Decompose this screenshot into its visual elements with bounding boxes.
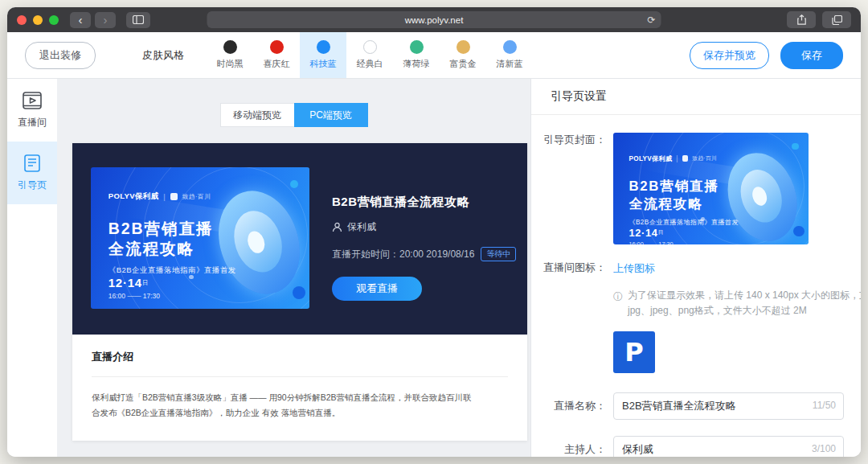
tab-mobile-preview[interactable]: 移动端预览 bbox=[220, 103, 294, 127]
uploaded-room-icon[interactable]: P bbox=[613, 331, 655, 373]
minimize-window-button[interactable] bbox=[33, 15, 43, 25]
partner-logo-icon bbox=[170, 193, 178, 200]
settings-title: 引导页设置 bbox=[531, 79, 861, 115]
preview-tabs: 移动端预览 PC端预览 bbox=[57, 103, 530, 127]
live-room-icon bbox=[22, 91, 43, 110]
person-icon bbox=[332, 222, 342, 232]
skin-style-label: 皮肤风格 bbox=[142, 48, 184, 63]
swatch-mint-green[interactable]: 薄荷绿 bbox=[393, 32, 440, 78]
live-title: B2B营销直播全流程攻略 bbox=[332, 195, 516, 210]
swatch-white-dot bbox=[363, 40, 377, 54]
browser-window: ‹ › www.polyv.net ⟳ bbox=[7, 7, 861, 457]
swatch-green-dot bbox=[410, 40, 424, 54]
swatch-blue-dot bbox=[317, 40, 330, 54]
host-input[interactable] bbox=[613, 436, 844, 457]
swatch-tech-blue[interactable]: 科技蓝 bbox=[300, 32, 346, 78]
live-name-counter: 11/50 bbox=[813, 400, 836, 411]
banner-title: B2B营销直播 全流程攻略 bbox=[108, 219, 293, 259]
live-intro-section: 直播介绍 保利威打造「B2B营销直播3级攻略」直播 —— 用90分钟拆解B2B营… bbox=[72, 335, 527, 441]
swatch-red-dot bbox=[270, 40, 284, 54]
intro-heading: 直播介绍 bbox=[92, 350, 508, 364]
swatch-classic-white[interactable]: 经典白 bbox=[346, 32, 393, 78]
preview-hero-section: POLYV保利威 | 致趋·百川 B2B营销直播 全流程攻略 《B2B企业直播落… bbox=[72, 143, 527, 335]
live-name-row: 直播名称： 11/50 bbox=[531, 392, 845, 420]
sidebar-icon bbox=[133, 15, 144, 24]
info-icon: ⓘ bbox=[613, 289, 623, 318]
cover-label: 引导页封面： bbox=[531, 133, 613, 244]
banner-title: B2B营销直播 全流程攻略 bbox=[628, 178, 792, 212]
upload-hint: ⓘ 为了保证显示效果，请上传 140 x 140px 大小的图标，支持jpg、j… bbox=[613, 288, 861, 318]
live-info-block: B2B营销直播全流程攻略 保利威 直播开始时间：20:00 2019/08/16 bbox=[332, 167, 516, 335]
refresh-icon[interactable]: ⟳ bbox=[647, 14, 655, 26]
banner-date: 12·14日 bbox=[108, 276, 293, 289]
polyv-logo: POLYV保利威 bbox=[628, 154, 672, 163]
host-row: 主持人： 3/100 bbox=[531, 436, 845, 457]
editor-content: 直播间 引导页 移动端预览 PC端预览 bbox=[7, 79, 861, 457]
icon-row: 直播间图标： 上传图标 ⓘ 为了保证显示效果，请上传 140 x 140px 大… bbox=[531, 261, 845, 373]
save-and-preview-button[interactable]: 保存并预览 bbox=[690, 42, 769, 69]
tab-pc-preview[interactable]: PC端预览 bbox=[294, 103, 368, 127]
sidebar-item-live-room[interactable]: 直播间 bbox=[7, 79, 57, 142]
skin-toolbar: 退出装修 皮肤风格 时尚黑 喜庆红 科技蓝 经典白 bbox=[7, 32, 861, 79]
polyv-logo: POLYV保利威 bbox=[108, 191, 159, 202]
host-label: 主持人： bbox=[531, 436, 613, 457]
swatch-lightblue-dot bbox=[503, 40, 517, 54]
swatch-fashion-black[interactable]: 时尚黑 bbox=[207, 32, 253, 78]
address-bar[interactable]: www.polyv.net ⟳ bbox=[207, 11, 661, 28]
desktop-background: ‹ › www.polyv.net ⟳ bbox=[0, 0, 868, 464]
status-badge: 等待中 bbox=[481, 247, 516, 261]
maximize-window-button[interactable] bbox=[49, 15, 59, 25]
url-text: www.polyv.net bbox=[405, 15, 464, 25]
swatch-fresh-blue[interactable]: 清新蓝 bbox=[486, 32, 533, 78]
intro-paragraph: 保利威打造「B2B营销直播3级攻略」直播 —— 用90分钟拆解B2B营销直播全流… bbox=[92, 390, 475, 421]
guide-page-icon bbox=[23, 154, 42, 173]
swatch-black-dot bbox=[223, 40, 237, 54]
exit-decoration-button[interactable]: 退出装修 bbox=[25, 42, 96, 69]
sidebar-toggle-button[interactable] bbox=[126, 12, 150, 28]
guide-page-settings-panel: 引导页设置 引导页封面： bbox=[530, 79, 861, 457]
share-button[interactable] bbox=[787, 11, 816, 28]
divider bbox=[92, 376, 508, 377]
share-icon bbox=[797, 14, 806, 25]
banner-logos: POLYV保利威 | 致趋·百川 bbox=[108, 191, 293, 202]
save-button[interactable]: 保存 bbox=[780, 42, 843, 69]
traffic-lights bbox=[17, 15, 59, 25]
close-window-button[interactable] bbox=[17, 15, 27, 25]
swatch-rich-gold[interactable]: 富贵金 bbox=[440, 32, 486, 78]
swatch-gold-dot bbox=[457, 40, 470, 54]
partner-logo-icon bbox=[682, 155, 689, 162]
banner-time: 16:00 —— 17:30 bbox=[108, 292, 293, 300]
browser-titlebar: ‹ › www.polyv.net ⟳ bbox=[7, 7, 861, 32]
partner-logo-text: 致趋·百川 bbox=[182, 192, 211, 201]
live-name-label: 直播名称： bbox=[531, 392, 613, 420]
upload-icon-link[interactable]: 上传图标 bbox=[613, 262, 655, 274]
host-counter: 3/100 bbox=[812, 443, 836, 454]
skin-swatches: 时尚黑 喜庆红 科技蓝 经典白 薄荷绿 bbox=[207, 32, 533, 78]
host-name: 保利威 bbox=[347, 220, 376, 234]
banner-subtitle: 《B2B企业直播落地指南》直播首发 bbox=[108, 265, 293, 276]
sidebar-item-guide-page[interactable]: 引导页 bbox=[7, 142, 57, 204]
live-name-input[interactable] bbox=[613, 392, 844, 420]
room-icon-label: 直播间图标： bbox=[531, 261, 613, 373]
start-time-text: 直播开始时间：20:00 2019/08/16 bbox=[332, 248, 474, 261]
back-button[interactable]: ‹ bbox=[70, 12, 91, 28]
swatch-festive-red[interactable]: 喜庆红 bbox=[253, 32, 300, 78]
tabs-overview-button[interactable] bbox=[822, 11, 851, 28]
left-sidebar: 直播间 引导页 bbox=[7, 79, 57, 457]
live-cover-banner: POLYV保利威 | 致趋·百川 B2B营销直播 全流程攻略 《B2B企业直播落… bbox=[91, 167, 309, 309]
guide-cover-thumbnail[interactable]: POLYV保利威 | 致趋·百川 B2B营销直播 全流程攻略 《B2B企业直播落… bbox=[613, 133, 809, 244]
forward-button[interactable]: › bbox=[95, 12, 116, 28]
page-preview-card: POLYV保利威 | 致趋·百川 B2B营销直播 全流程攻略 《B2B企业直播落… bbox=[72, 143, 527, 441]
preview-area: 移动端预览 PC端预览 bbox=[57, 79, 530, 457]
watch-live-button[interactable]: 观看直播 bbox=[332, 277, 422, 301]
tabs-icon bbox=[832, 15, 842, 25]
cover-row: 引导页封面： bbox=[531, 133, 845, 244]
